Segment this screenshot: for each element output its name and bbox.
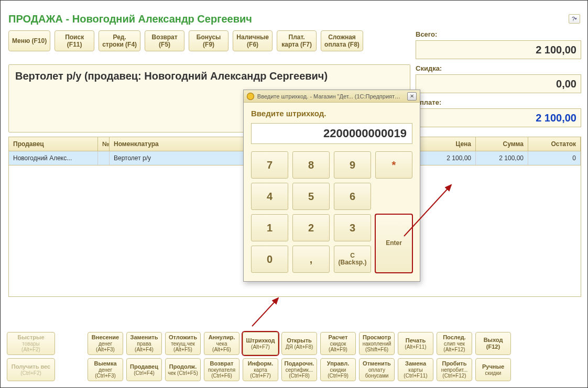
bottom-button[interactable]: Ручныескидки (475, 358, 511, 381)
top-button-2[interactable]: Ред.строки (F4) (99, 30, 140, 51)
key-3[interactable]: 3 (334, 214, 371, 241)
bottom-button[interactable]: Заменитьправа(Alt+F4) (126, 332, 162, 355)
bottom-button[interactable]: Аннулир.чека(Alt+F6) (204, 332, 239, 355)
dialog-window-title: Введите штрихкод. - Магазин "Дет... (1С:… (257, 93, 401, 99)
bottom-button[interactable]: Печать(Alt+F11) (398, 332, 433, 355)
bottom-button[interactable]: Отменитьоплатубонусами (359, 358, 395, 381)
top-button-1[interactable]: Поиск(F11) (55, 30, 94, 51)
top-toolbar: Меню (F10)Поиск(F11)Ред.строки (F4)Возвр… (8, 30, 363, 51)
keypad: 7 8 9 * 4 5 6 1 2 3 Enter 0 , C (Backsp.… (251, 151, 412, 273)
col-seller-header[interactable]: Продавец (9, 137, 98, 151)
total-koplate-label: оплате: (416, 98, 581, 106)
bottom-button: Быстрыетовары(Alt+F2) (7, 332, 55, 355)
key-7[interactable]: 7 (251, 151, 288, 179)
key-9[interactable]: 9 (334, 151, 371, 179)
col-rest-header[interactable]: Остаток (528, 137, 581, 151)
bottom-button[interactable]: Отложитьтекущ.чек(Alt+F5) (165, 332, 201, 355)
key-backspace[interactable]: C (Backsp.) (334, 246, 371, 273)
top-button-0[interactable]: Меню (F10) (8, 30, 50, 51)
bottom-button[interactable]: Информ.карта(Ctrl+F7) (243, 358, 278, 381)
key-enter[interactable]: Enter (375, 214, 412, 273)
bottom-button[interactable]: Возвратпокупателя(Ctrl+F6) (204, 358, 239, 381)
bottom-button[interactable]: Просмотрнакоплений(Shift+F6) (359, 332, 395, 355)
top-button-5[interactable]: Наличные(F6) (233, 30, 273, 51)
dialog-heading: Введите штрихкод. (251, 109, 412, 118)
bottom-button[interactable]: Продавец(Ctrl+F4) (126, 358, 162, 381)
bottom-button: Получить вес(Ctrl+F2) (7, 358, 55, 381)
total-vsego-label: Всего: (416, 30, 581, 38)
bottom-button[interactable]: ОткрытьДЯ (Alt+F8) (281, 332, 317, 355)
key-6[interactable]: 6 (334, 183, 371, 210)
svg-line-1 (252, 298, 278, 326)
top-button-4[interactable]: Бонусы(F9) (189, 30, 228, 51)
top-button-6[interactable]: Плат.карта (F7) (277, 30, 317, 51)
bottom-button[interactable]: Пробитьнепробит...(Ctrl+F12) (437, 358, 472, 381)
top-button-7[interactable]: Сложнаяоплата (F8) (321, 30, 363, 51)
top-button-3[interactable]: Возврат(F5) (145, 30, 184, 51)
bottom-button[interactable]: Выход (F12) (475, 332, 511, 355)
bottom-button[interactable]: Управл.скидки(Ctrl+F9) (320, 358, 356, 381)
key-multiply[interactable]: * (375, 151, 412, 179)
key-1[interactable]: 1 (251, 214, 288, 241)
bottom-button[interactable]: Послед.слип чек(Alt+F12) (437, 332, 472, 355)
bottom-button[interactable]: Штрихкод(Alt+F7) (243, 332, 278, 355)
barcode-dialog: Введите штрихкод. - Магазин "Дет... (1С:… (243, 90, 420, 282)
bottom-button[interactable]: Подарочн.сертифик...(Ctrl+F8) (281, 358, 317, 381)
bottom-button[interactable]: Расчетскидок(Alt+F9) (320, 332, 356, 355)
key-comma[interactable]: , (292, 246, 330, 273)
close-icon[interactable]: ✕ (407, 92, 417, 101)
key-4[interactable]: 4 (251, 183, 288, 210)
key-2[interactable]: 2 (292, 214, 330, 241)
bottom-button[interactable]: Продолж.чек (Ctrl+F5) (165, 358, 201, 381)
key-8[interactable]: 8 (292, 151, 330, 179)
col-idx-header[interactable]: № (98, 137, 110, 151)
col-price-header[interactable]: Цена (418, 137, 476, 151)
dialog-titlebar[interactable]: Введите штрихкод. - Магазин "Дет... (1С:… (244, 90, 420, 103)
annotation-arrow-icon (249, 294, 291, 330)
help-icon[interactable]: ?▾ (569, 14, 580, 24)
page-title: ПРОДАЖА - Новогодний Александр Сергеевич (1, 1, 587, 30)
total-skidka-label: Скидка: (416, 64, 581, 72)
app-icon (247, 93, 254, 100)
total-koplate-value: 2 100,00 (416, 108, 581, 127)
total-skidka-value: 0,00 (416, 74, 581, 93)
key-0[interactable]: 0 (251, 246, 288, 273)
bottom-button[interactable]: Выемкаденег(Ctrl+F3) (88, 358, 123, 381)
col-sum-header[interactable]: Сумма (476, 137, 528, 151)
bottom-toolbar: Быстрыетовары(Alt+F2)Внесениеденег(Alt+F… (7, 332, 581, 384)
total-vsego-value: 2 100,00 (416, 40, 581, 59)
key-5[interactable]: 5 (292, 183, 330, 210)
bottom-button[interactable]: Заменакарты(Ctrl+F11) (398, 358, 433, 381)
bottom-button[interactable]: Внесениеденег(Alt+F3) (88, 332, 123, 355)
barcode-input[interactable] (251, 123, 412, 144)
